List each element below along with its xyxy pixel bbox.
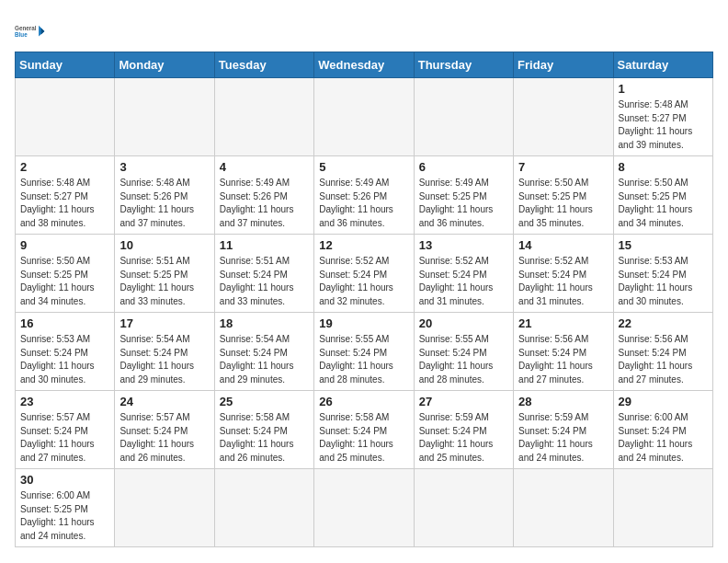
day-info: Sunrise: 6:00 AM Sunset: 5:24 PM Dayligh… bbox=[619, 411, 708, 465]
day-number: 15 bbox=[619, 238, 708, 252]
day-number: 19 bbox=[319, 316, 408, 330]
calendar-cell: 7Sunrise: 5:50 AM Sunset: 5:25 PM Daylig… bbox=[514, 156, 613, 235]
day-info: Sunrise: 5:52 AM Sunset: 5:24 PM Dayligh… bbox=[319, 255, 408, 308]
calendar-cell: 10Sunrise: 5:51 AM Sunset: 5:25 PM Dayli… bbox=[115, 235, 214, 313]
calendar-cell bbox=[16, 78, 115, 156]
day-number: 3 bbox=[119, 160, 209, 174]
day-number: 24 bbox=[119, 395, 209, 408]
day-info: Sunrise: 5:58 AM Sunset: 5:24 PM Dayligh… bbox=[319, 411, 408, 465]
calendar-cell: 4Sunrise: 5:49 AM Sunset: 5:26 PM Daylig… bbox=[214, 156, 313, 235]
day-number: 9 bbox=[20, 238, 109, 252]
day-number: 23 bbox=[20, 395, 109, 408]
calendar-cell: 28Sunrise: 5:59 AM Sunset: 5:24 PM Dayli… bbox=[514, 391, 613, 469]
day-info: Sunrise: 5:49 AM Sunset: 5:26 PM Dayligh… bbox=[220, 177, 309, 230]
day-number: 5 bbox=[319, 160, 408, 174]
day-number: 10 bbox=[119, 238, 209, 252]
day-number: 4 bbox=[220, 160, 309, 174]
calendar-cell: 25Sunrise: 5:58 AM Sunset: 5:24 PM Dayli… bbox=[214, 391, 313, 469]
weekday-header-tuesday: Tuesday bbox=[214, 52, 313, 78]
day-number: 12 bbox=[319, 238, 408, 252]
weekday-header-sunday: Sunday bbox=[16, 52, 115, 78]
calendar-cell: 13Sunrise: 5:52 AM Sunset: 5:24 PM Dayli… bbox=[414, 235, 513, 313]
calendar-row: 30Sunrise: 6:00 AM Sunset: 5:25 PM Dayli… bbox=[16, 469, 713, 547]
weekday-header-monday: Monday bbox=[115, 52, 214, 78]
calendar-cell bbox=[514, 469, 613, 547]
calendar-cell: 24Sunrise: 5:57 AM Sunset: 5:24 PM Dayli… bbox=[115, 391, 214, 469]
day-number: 29 bbox=[619, 395, 708, 408]
day-number: 28 bbox=[518, 395, 608, 408]
day-info: Sunrise: 5:51 AM Sunset: 5:24 PM Dayligh… bbox=[220, 255, 309, 308]
weekday-header-wednesday: Wednesday bbox=[314, 52, 414, 78]
calendar-cell: 29Sunrise: 6:00 AM Sunset: 5:24 PM Dayli… bbox=[613, 391, 712, 469]
calendar-row: 16Sunrise: 5:53 AM Sunset: 5:24 PM Dayli… bbox=[16, 313, 713, 391]
calendar-cell: 5Sunrise: 5:49 AM Sunset: 5:26 PM Daylig… bbox=[314, 156, 414, 235]
day-info: Sunrise: 5:56 AM Sunset: 5:24 PM Dayligh… bbox=[518, 333, 608, 386]
day-number: 20 bbox=[419, 316, 508, 330]
weekday-header-friday: Friday bbox=[514, 52, 613, 78]
calendar-cell: 16Sunrise: 5:53 AM Sunset: 5:24 PM Dayli… bbox=[16, 313, 115, 391]
calendar-cell: 1Sunrise: 5:48 AM Sunset: 5:27 PM Daylig… bbox=[613, 78, 712, 156]
calendar-row: 2Sunrise: 5:48 AM Sunset: 5:27 PM Daylig… bbox=[16, 156, 713, 235]
calendar-cell bbox=[214, 469, 313, 547]
day-info: Sunrise: 5:48 AM Sunset: 5:27 PM Dayligh… bbox=[20, 177, 109, 230]
calendar-cell: 2Sunrise: 5:48 AM Sunset: 5:27 PM Daylig… bbox=[16, 156, 115, 235]
day-info: Sunrise: 5:50 AM Sunset: 5:25 PM Dayligh… bbox=[518, 177, 608, 230]
calendar-row: 23Sunrise: 5:57 AM Sunset: 5:24 PM Dayli… bbox=[16, 391, 713, 469]
day-number: 1 bbox=[619, 82, 708, 96]
day-number: 16 bbox=[20, 316, 109, 330]
calendar-cell bbox=[514, 78, 613, 156]
calendar-cell bbox=[314, 78, 414, 156]
day-info: Sunrise: 5:53 AM Sunset: 5:24 PM Dayligh… bbox=[619, 255, 708, 308]
day-info: Sunrise: 5:51 AM Sunset: 5:25 PM Dayligh… bbox=[119, 255, 209, 308]
calendar-cell: 6Sunrise: 5:49 AM Sunset: 5:25 PM Daylig… bbox=[414, 156, 513, 235]
calendar-cell: 30Sunrise: 6:00 AM Sunset: 5:25 PM Dayli… bbox=[16, 469, 115, 547]
day-info: Sunrise: 5:48 AM Sunset: 5:26 PM Dayligh… bbox=[119, 177, 209, 230]
calendar-cell: 15Sunrise: 5:53 AM Sunset: 5:24 PM Dayli… bbox=[613, 235, 712, 313]
calendar-cell: 19Sunrise: 5:55 AM Sunset: 5:24 PM Dayli… bbox=[314, 313, 414, 391]
calendar-cell: 23Sunrise: 5:57 AM Sunset: 5:24 PM Dayli… bbox=[16, 391, 115, 469]
weekday-header-thursday: Thursday bbox=[414, 52, 513, 78]
logo-icon: GeneralBlue bbox=[15, 18, 48, 44]
calendar-cell bbox=[214, 78, 313, 156]
day-info: Sunrise: 5:55 AM Sunset: 5:24 PM Dayligh… bbox=[419, 333, 508, 386]
calendar-row: 1Sunrise: 5:48 AM Sunset: 5:27 PM Daylig… bbox=[16, 78, 713, 156]
day-number: 22 bbox=[619, 316, 708, 330]
day-info: Sunrise: 5:54 AM Sunset: 5:24 PM Dayligh… bbox=[220, 333, 309, 386]
day-number: 6 bbox=[419, 160, 508, 174]
page-header: GeneralBlue bbox=[15, 15, 713, 44]
day-number: 27 bbox=[419, 395, 508, 408]
calendar-cell: 3Sunrise: 5:48 AM Sunset: 5:26 PM Daylig… bbox=[115, 156, 214, 235]
calendar-cell: 8Sunrise: 5:50 AM Sunset: 5:25 PM Daylig… bbox=[613, 156, 712, 235]
day-info: Sunrise: 5:54 AM Sunset: 5:24 PM Dayligh… bbox=[119, 333, 209, 386]
calendar-cell: 20Sunrise: 5:55 AM Sunset: 5:24 PM Dayli… bbox=[414, 313, 513, 391]
calendar-cell bbox=[314, 469, 414, 547]
svg-text:Blue: Blue bbox=[15, 31, 28, 38]
day-info: Sunrise: 5:49 AM Sunset: 5:26 PM Dayligh… bbox=[319, 177, 408, 230]
calendar-cell: 26Sunrise: 5:58 AM Sunset: 5:24 PM Dayli… bbox=[314, 391, 414, 469]
calendar-cell bbox=[414, 78, 513, 156]
day-info: Sunrise: 5:48 AM Sunset: 5:27 PM Dayligh… bbox=[619, 98, 708, 152]
day-info: Sunrise: 5:59 AM Sunset: 5:24 PM Dayligh… bbox=[518, 411, 608, 465]
day-info: Sunrise: 5:57 AM Sunset: 5:24 PM Dayligh… bbox=[119, 411, 209, 465]
day-number: 21 bbox=[518, 316, 608, 330]
calendar-table: SundayMondayTuesdayWednesdayThursdayFrid… bbox=[15, 52, 713, 547]
calendar-cell: 21Sunrise: 5:56 AM Sunset: 5:24 PM Dayli… bbox=[514, 313, 613, 391]
calendar-cell: 27Sunrise: 5:59 AM Sunset: 5:24 PM Dayli… bbox=[414, 391, 513, 469]
day-number: 30 bbox=[20, 473, 109, 487]
day-number: 11 bbox=[220, 238, 309, 252]
day-info: Sunrise: 5:55 AM Sunset: 5:24 PM Dayligh… bbox=[319, 333, 408, 386]
day-info: Sunrise: 5:58 AM Sunset: 5:24 PM Dayligh… bbox=[220, 411, 309, 465]
day-info: Sunrise: 5:59 AM Sunset: 5:24 PM Dayligh… bbox=[419, 411, 508, 465]
day-info: Sunrise: 5:52 AM Sunset: 5:24 PM Dayligh… bbox=[518, 255, 608, 308]
calendar-cell bbox=[115, 78, 214, 156]
day-number: 18 bbox=[220, 316, 309, 330]
calendar-cell bbox=[414, 469, 513, 547]
day-number: 26 bbox=[319, 395, 408, 408]
day-number: 2 bbox=[20, 160, 109, 174]
calendar-cell: 18Sunrise: 5:54 AM Sunset: 5:24 PM Dayli… bbox=[214, 313, 313, 391]
day-info: Sunrise: 5:50 AM Sunset: 5:25 PM Dayligh… bbox=[619, 177, 708, 230]
day-number: 13 bbox=[419, 238, 508, 252]
calendar-cell: 22Sunrise: 5:56 AM Sunset: 5:24 PM Dayli… bbox=[613, 313, 712, 391]
calendar-row: 9Sunrise: 5:50 AM Sunset: 5:25 PM Daylig… bbox=[16, 235, 713, 313]
day-info: Sunrise: 6:00 AM Sunset: 5:25 PM Dayligh… bbox=[20, 489, 109, 543]
